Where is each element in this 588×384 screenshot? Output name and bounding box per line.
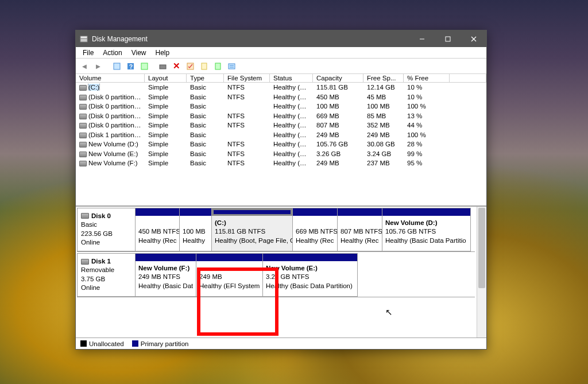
volume-pctfree: 95 % [404,160,450,166]
col-filesystem[interactable]: File System [224,74,270,82]
titlebar[interactable]: Disk Management [76,30,486,47]
volume-status: Healthy (B... [270,141,313,148]
minimize-button[interactable] [409,30,435,47]
volume-layout: Simple [145,150,187,157]
disk-row: Disk 0Basic223.56 GBOnline450 MB NTFSHea… [77,208,475,252]
maximize-button[interactable] [435,30,461,47]
volume-row[interactable]: (Disk 0 partition 1)SimpleBasicNTFSHealt… [76,92,486,102]
menu-view[interactable]: View [127,48,151,57]
volume-fs: NTFS [224,84,270,91]
volume-name: (Disk 1 partition 2) [88,131,142,138]
disk-size: 223.56 GB [81,230,113,237]
volume-list: Volume Layout Type File System Status Ca… [76,74,486,206]
svg-rect-14 [229,64,235,69]
menu-help[interactable]: Help [151,48,175,57]
col-layout[interactable]: Layout [145,74,187,82]
list-icon[interactable] [225,60,238,72]
partition-stripe [212,208,292,216]
disk-icon [81,213,89,219]
col-pctfree[interactable]: % Free [404,74,450,82]
scrollbar-thumb[interactable] [478,208,485,288]
volume-fs: NTFS [224,113,270,119]
volume-row[interactable]: New Volume (F:)SimpleBasicNTFSHealthy (B… [76,158,486,168]
partition-status: Healthy (Rec [296,237,334,244]
legend: Unallocated Primary partition [76,338,486,349]
volume-status: Healthy (R... [270,113,313,119]
volume-status: Healthy (B... [270,160,313,166]
disk-icon [81,259,89,265]
partition-size: 669 MB NTFS [296,228,337,235]
volume-capacity: 669 MB [313,113,363,119]
volume-icon [79,123,87,129]
col-capacity[interactable]: Capacity [313,74,363,82]
volume-status: Healthy (E... [270,103,313,110]
volume-row[interactable]: (Disk 0 partition 2)SimpleBasicHealthy (… [76,102,486,111]
disk-row: Disk 1Removable3.75 GBOnlineNew Volume (… [77,253,475,297]
volume-row[interactable]: New Volume (D:)SimpleBasicNTFSHealthy (B… [76,139,486,149]
settings-icon[interactable] [156,60,169,72]
volume-pctfree: 10 % [404,94,450,100]
vertical-scrollbar[interactable] [477,207,486,338]
svg-text:?: ? [129,64,133,70]
svg-rect-6 [114,63,120,69]
partition[interactable]: 249 MBHealthy (EFI System [196,253,263,297]
volume-free: 100 MB [363,103,404,110]
volume-capacity: 3.26 GB [313,150,363,157]
partition-size: 249 MB [199,273,222,280]
partition[interactable]: (C:)115.81 GB NTFSHealthy (Boot, Page Fi… [211,208,293,251]
volume-pctfree: 44 % [404,122,450,129]
disk-info[interactable]: Disk 0Basic223.56 GBOnline [77,208,136,251]
volume-row[interactable]: (C:)SimpleBasicNTFSHealthy (B...115.81 G… [76,83,486,92]
menu-action[interactable]: Action [98,48,126,57]
wizard-icon[interactable] [211,60,224,72]
col-status[interactable]: Status [270,74,313,82]
partition[interactable]: 669 MB NTFSHealthy (Rec [292,208,338,251]
volume-free: 3.24 GB [363,150,404,157]
cursor-icon: ↖ [385,307,393,317]
svg-rect-13 [215,63,220,69]
volume-row[interactable]: New Volume (E:)SimpleBasicNTFSHealthy (B… [76,149,486,159]
close-button[interactable] [461,30,486,47]
volume-type: Basic [187,113,224,119]
back-button[interactable]: ◄ [78,60,91,72]
partition[interactable]: 450 MB NTFSHealthy (Rec [135,208,180,251]
disk-name: Disk 0 [91,212,111,219]
volume-row[interactable]: (Disk 1 partition 2)SimpleBasicHealthy (… [76,130,486,140]
col-type[interactable]: Type [187,74,224,82]
check-icon[interactable] [184,60,196,72]
partition-stripe [196,254,262,261]
refresh-icon[interactable] [138,60,150,72]
disk-info[interactable]: Disk 1Removable3.75 GBOnline [77,253,136,297]
volume-capacity: 105.76 GB [313,141,363,148]
legend-swatch-blue [132,340,138,347]
partition[interactable]: 807 MB NTFSHealthy (Rec [337,208,382,251]
volume-capacity: 249 MB [313,160,363,166]
partition[interactable]: 100 MBHealthy [179,208,212,251]
svg-rect-9 [141,63,148,69]
partition[interactable]: New Volume (F:)249 MB NTFSHealthy (Basic… [135,253,196,297]
volume-layout: Simple [145,131,187,138]
sheet-icon[interactable] [198,60,210,72]
menu-file[interactable]: File [78,48,98,57]
volume-status: Healthy (B... [270,150,313,157]
volume-icon [79,152,87,157]
volume-status: Healthy (B... [270,84,313,91]
col-volume[interactable]: Volume [76,74,145,82]
volume-row[interactable]: (Disk 0 partition 5)SimpleBasicNTFSHealt… [76,111,486,121]
volume-row[interactable]: (Disk 0 partition 6)SimpleBasicNTFSHealt… [76,121,486,130]
partition[interactable]: New Volume (E:)3.26 GB NTFSHealthy (Basi… [262,253,358,297]
partition-stripe [293,208,337,216]
col-freespace[interactable]: Free Sp... [363,74,404,82]
volume-fs: NTFS [224,150,270,157]
volume-name: (Disk 0 partition 2) [88,103,142,110]
volume-type: Basic [187,150,224,157]
delete-icon[interactable]: ✕ [170,60,183,72]
layer-icon[interactable] [110,60,123,72]
volume-capacity: 115.81 GB [313,84,363,91]
partition[interactable]: New Volume (D:)105.76 GB NTFSHealthy (Ba… [382,208,471,251]
partition-size: 450 MB NTFS [138,228,179,235]
help-icon[interactable]: ? [124,60,137,72]
volume-fs: NTFS [224,141,270,148]
volume-type: Basic [187,141,224,148]
forward-button[interactable]: ► [92,60,105,72]
